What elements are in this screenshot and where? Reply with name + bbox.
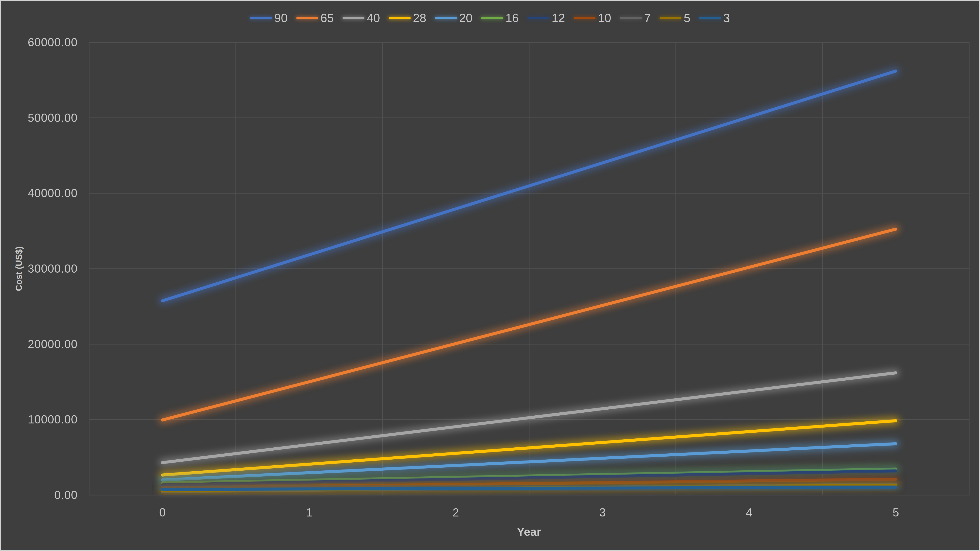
legend-label: 16	[505, 11, 519, 25]
legend-label: 3	[723, 11, 730, 25]
legend-item-10: 10	[574, 11, 611, 25]
legend-label: 7	[644, 11, 651, 25]
legend-label: 12	[552, 11, 565, 25]
y-axis-label: 30000.00	[22, 263, 78, 275]
x-axis-label: 3	[579, 506, 625, 519]
y-axis-label: 40000.00	[22, 187, 78, 199]
y-axis-title: Cost (US$)	[14, 200, 25, 338]
legend-swatch-icon	[342, 17, 364, 19]
legend-item-7: 7	[620, 11, 651, 25]
legend-swatch-icon	[699, 17, 721, 19]
x-axis-label: 5	[873, 506, 919, 519]
legend-item-90: 90	[250, 11, 288, 25]
x-axis-label: 0	[140, 506, 186, 519]
legend-item-3: 3	[699, 11, 730, 25]
x-axis-label: 2	[433, 506, 479, 519]
legend-swatch-icon	[660, 17, 681, 19]
y-axis-label: 10000.00	[22, 414, 78, 425]
y-axis-label: 20000.00	[22, 338, 78, 350]
plot-svg	[1, 1, 979, 550]
legend-item-28: 28	[389, 11, 426, 25]
legend-item-16: 16	[481, 11, 519, 25]
legend: 9065402820161210753	[1, 11, 979, 25]
legend-swatch-icon	[296, 17, 318, 19]
legend-label: 10	[598, 11, 611, 25]
legend-label: 65	[320, 11, 334, 25]
legend-item-65: 65	[296, 11, 334, 25]
x-axis-title: Year	[460, 525, 598, 538]
legend-label: 28	[413, 11, 426, 25]
x-axis-label: 4	[726, 506, 772, 519]
y-axis-label: 60000.00	[22, 37, 78, 48]
legend-swatch-icon	[389, 17, 411, 19]
legend-swatch-icon	[527, 17, 549, 19]
legend-label: 5	[684, 11, 690, 25]
legend-swatch-icon	[435, 17, 457, 19]
legend-item-12: 12	[527, 11, 565, 25]
legend-swatch-icon	[620, 17, 642, 19]
legend-item-40: 40	[342, 11, 380, 25]
chart-area: 9065402820161210753 0.0010000.0020000.00…	[0, 0, 980, 551]
legend-swatch-icon	[250, 17, 272, 19]
x-axis-label: 1	[286, 506, 332, 519]
legend-swatch-icon	[481, 17, 503, 19]
legend-item-5: 5	[660, 11, 690, 25]
legend-label: 40	[367, 11, 380, 25]
y-axis-label: 0.00	[22, 489, 78, 501]
legend-swatch-icon	[574, 17, 595, 19]
legend-item-20: 20	[435, 11, 473, 25]
y-axis-label: 50000.00	[22, 112, 78, 124]
legend-label: 20	[459, 11, 473, 25]
legend-label: 90	[274, 11, 288, 25]
